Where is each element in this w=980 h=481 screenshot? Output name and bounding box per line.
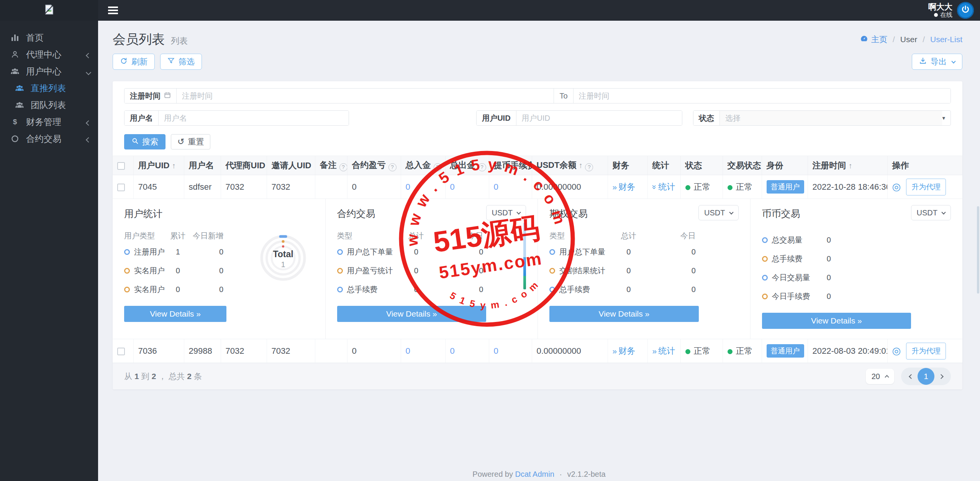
promote-agent-button[interactable]: 升为代理 (906, 179, 946, 195)
reg-time-end-input[interactable] (574, 89, 951, 103)
sort-asc-icon[interactable]: ↑ (578, 161, 582, 169)
cell-identity: 普通用户 (762, 339, 808, 363)
page-subtitle: 列表 (171, 35, 188, 47)
main-content: 会员列表 列表 主页/User/User-List 刷新 筛选 (98, 21, 980, 481)
identity-badge: 普通用户 (767, 344, 804, 358)
cell-remark (315, 175, 347, 199)
circle-icon (9, 134, 21, 143)
select-caret-icon: ▾ (942, 115, 951, 121)
column-header-2[interactable]: 代理商UID (221, 156, 267, 175)
column-header-11[interactable]: 统计 (647, 156, 680, 175)
column-header-10[interactable]: 财务 (608, 156, 647, 175)
chevron-down-icon (951, 59, 955, 63)
avatar[interactable] (957, 2, 974, 19)
sort-asc-icon[interactable]: ↑ (849, 161, 852, 170)
sidebar-item-direct-list[interactable]: 直推列表 (0, 80, 98, 97)
column-header-7[interactable]: 总出金? (445, 156, 489, 175)
bar-chart-icon (9, 33, 21, 42)
sidebar-item-agent-center[interactable]: 代理中心 (0, 46, 98, 63)
cell-total-out: 0 (445, 175, 489, 199)
dcat-admin-link[interactable]: Dcat Admin (515, 470, 554, 478)
help-icon: ? (339, 163, 347, 171)
identity-badge: 普通用户 (767, 180, 804, 194)
menu-toggle-button[interactable] (108, 5, 118, 16)
reset-button[interactable]: ↺ 重置 (171, 134, 210, 149)
finance-link[interactable]: »财务 (613, 182, 636, 192)
column-header-13[interactable]: 交易状态 (723, 156, 762, 175)
uid-input[interactable] (516, 111, 682, 125)
column-header-4[interactable]: 备注? (315, 156, 347, 175)
next-page-button[interactable] (934, 370, 947, 383)
sort-asc-icon[interactable]: ↑ (172, 161, 175, 170)
finance-link[interactable]: »财务 (613, 346, 636, 356)
reg-time-start-input[interactable] (177, 89, 554, 103)
view-details-button[interactable]: View Details » (337, 306, 487, 322)
stat-row: 用户盈亏统计 00 (337, 261, 487, 280)
column-header-5[interactable]: 合约盈亏? (347, 156, 401, 175)
column-header-8[interactable]: 提币手续费 (489, 156, 532, 175)
cell-withdraw-fee: 0 (489, 175, 532, 199)
column-header-12[interactable]: 状态 (680, 156, 723, 175)
sidebar-item-user-center[interactable]: 用户中心 (0, 63, 98, 80)
reg-time-label: 注册时间 (125, 89, 177, 103)
search-button[interactable]: 搜索 (124, 134, 166, 149)
refresh-button[interactable]: 刷新 (113, 54, 155, 70)
series-dot-icon (549, 249, 555, 255)
chevron-down-icon (87, 66, 90, 77)
view-detail-icon[interactable]: ◎ (892, 181, 901, 192)
stat-row: 用户总下单量 00 (549, 243, 699, 261)
row-checkbox[interactable] (117, 184, 125, 191)
view-detail-icon[interactable]: ◎ (892, 345, 901, 356)
page-1-button[interactable]: 1 (918, 368, 934, 385)
logo-area[interactable] (0, 0, 98, 21)
prev-page-button[interactable] (905, 370, 918, 383)
select-all-checkbox[interactable] (117, 162, 125, 170)
page-title: 会员列表 (113, 31, 165, 48)
online-status: 在线 (940, 11, 952, 18)
cell-stats: »统计 (647, 339, 680, 363)
stats-expand-link[interactable]: »统计 (652, 346, 675, 356)
sidebar-item-team-list[interactable]: 团队列表 (0, 97, 98, 113)
cell-actions: ◎升为代理 (887, 339, 962, 363)
promote-agent-button[interactable]: 升为代理 (906, 343, 946, 360)
column-header-9[interactable]: USDT余额↑? (532, 156, 608, 175)
user-menu[interactable]: 啊大大 在线 (928, 2, 952, 18)
cell-status: 正常 (680, 339, 723, 363)
users-icon (14, 84, 25, 93)
column-header-14[interactable]: 身份 (762, 156, 808, 175)
username-input[interactable] (159, 111, 349, 125)
status-dot-icon (728, 349, 733, 354)
members-table: 用户UID↑用户名代理商UID邀请人UID备注?合约盈亏?总入金?总出金?提币手… (113, 156, 962, 363)
cell-total-in: 0 (401, 339, 445, 363)
per-page-select[interactable]: 20 (866, 369, 894, 384)
column-header-15[interactable]: 注册时间↑ (808, 156, 887, 175)
column-header-16[interactable]: 操作 (887, 156, 962, 175)
cell-finance: »财务 (608, 339, 647, 363)
breadcrumb-item-3[interactable]: User-List (930, 35, 962, 44)
export-button[interactable]: 导出 (912, 54, 962, 70)
cell-identity: 普通用户 (762, 175, 808, 199)
stat-card-4: 币币交易USDT 总交易量 0 总手续费 0 今日交易量 0 今日手续费 0Vi… (750, 199, 963, 339)
status-select[interactable]: 状态 ▾ (693, 110, 951, 126)
view-details-button[interactable]: View Details » (549, 306, 699, 322)
status-dot-icon (728, 185, 733, 190)
breadcrumb-item-1[interactable]: 主页 (860, 34, 887, 45)
stats-expand-link[interactable]: »统计 (652, 182, 675, 192)
view-details-button[interactable]: View Details » (124, 306, 226, 322)
column-header-0[interactable]: 用户UID↑ (133, 156, 184, 175)
scrollbar-thumb[interactable] (977, 206, 979, 294)
sidebar-item-home[interactable]: 首页 (0, 29, 98, 46)
currency-select[interactable]: USDT (911, 205, 951, 220)
filter-button[interactable]: 筛选 (160, 54, 202, 70)
users-icon (14, 100, 25, 110)
currency-select[interactable]: USDT (486, 205, 526, 220)
sidebar-item-finance[interactable]: $财务管理 (0, 113, 98, 130)
currency-select[interactable]: USDT (698, 205, 738, 220)
column-header-6[interactable]: 总入金? (401, 156, 445, 175)
column-header-3[interactable]: 邀请人UID (267, 156, 315, 175)
row-checkbox[interactable] (117, 348, 125, 355)
sidebar-item-contract[interactable]: 合约交易 (0, 130, 98, 147)
column-header-1[interactable]: 用户名 (184, 156, 221, 175)
stat-row: 总手续费 00 (549, 280, 699, 299)
view-details-button[interactable]: View Details » (762, 313, 911, 329)
